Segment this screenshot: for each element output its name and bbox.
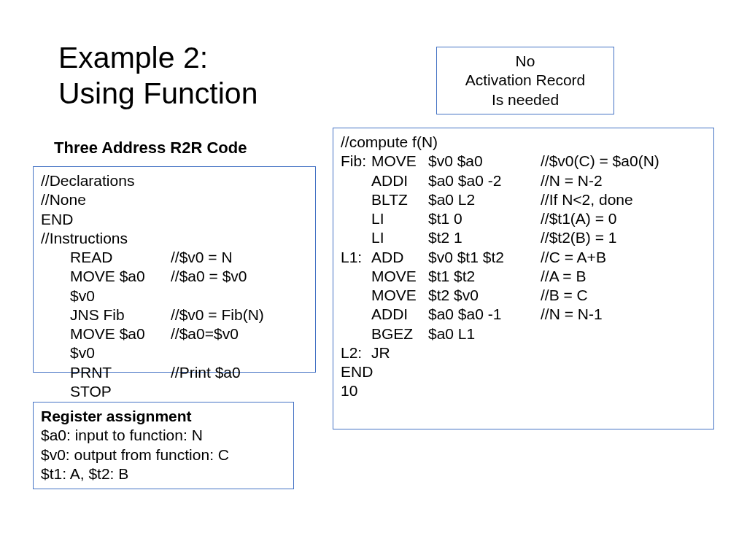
code-line: L2: JR: [341, 343, 706, 362]
register-line: $a0: input to function: N: [41, 426, 286, 445]
instr-comment: //$a0=$v0: [171, 324, 239, 363]
code-line: BLTZ $a0 L2 //If N<2, done: [341, 190, 706, 209]
instr-label: [341, 286, 371, 305]
code-line: MOVE $t2 $v0 //B = C: [341, 286, 706, 305]
instr-op: MOVE $a0 $v0: [70, 324, 171, 363]
code-line: ADDI $a0 $a0 -2 //N = N-2: [341, 171, 706, 190]
code-line: Fib: MOVE $v0 $a0 //$v0(C) = $a0(N): [341, 152, 706, 171]
code-line: 10: [341, 381, 706, 400]
subheading: Three Address R2R Code: [54, 139, 247, 158]
instr-comment: //N = N-1: [541, 305, 603, 324]
code-line: STOP: [41, 382, 308, 401]
instr-op: MOVE $a0 $v0: [70, 267, 171, 306]
instr-op: BLTZ: [371, 190, 428, 209]
instr-comment: //$v0(C) = $a0(N): [541, 152, 659, 171]
instr-op: STOP: [70, 382, 171, 401]
instr-label: [341, 267, 371, 286]
instr-args: $a0 $a0 -2: [428, 171, 541, 190]
code-line: MOVE $t1 $t2 //A = B: [341, 267, 706, 286]
instr-args: $v0 $t1 $t2: [428, 248, 541, 267]
title-line2: Using Function: [58, 77, 258, 110]
code-line: MOVE $a0 $v0 //$a0=$v0: [41, 324, 308, 363]
instr-label: [341, 228, 371, 247]
instr-comment: //C = A+B: [541, 248, 606, 267]
instr-comment: //A = B: [541, 267, 586, 286]
note-line: Activation Record: [444, 71, 606, 90]
instr-args: $a0 $a0 -1: [428, 305, 541, 324]
instr-op: BGEZ: [371, 324, 428, 343]
code-line: BGEZ $a0 L1: [341, 324, 706, 343]
note-line: Is needed: [444, 90, 606, 109]
instr-comment: //$v0 = Fib(N): [171, 306, 264, 324]
instr-op: READ: [70, 248, 171, 267]
instr-op: MOVE: [371, 286, 428, 305]
instr-op: ADDI: [371, 305, 428, 324]
instr-op: MOVE: [371, 152, 428, 171]
instr-args: $t1 0: [428, 209, 541, 228]
register-heading: Register assignment: [41, 407, 286, 426]
code-line: READ //$v0 = N: [41, 248, 308, 267]
code-line: PRNT //Print $a0: [41, 363, 308, 382]
note-box: No Activation Record Is needed: [436, 47, 614, 114]
instr-comment: //$t2(B) = 1: [541, 228, 616, 247]
note-line: No: [444, 52, 606, 71]
code-line: //Declarations: [41, 171, 308, 190]
instr-label: [341, 190, 371, 209]
instr-comment: //If N<2, done: [541, 190, 633, 209]
code-header: //compute f(N): [341, 133, 706, 152]
code-line: JNS Fib //$v0 = Fib(N): [41, 306, 308, 324]
instr-op: ADDI: [371, 171, 428, 190]
instr-args: $t1 $t2: [428, 267, 541, 286]
title-line1: Example 2:: [58, 41, 208, 74]
instr-label: Fib:: [341, 152, 371, 171]
instr-args: $v0 $a0: [428, 152, 541, 171]
code-line: LI $t1 0 //$t1(A) = 0: [341, 209, 706, 228]
instr-args: $t2 1: [428, 228, 541, 247]
instr-op: JR: [371, 343, 428, 362]
instr-comment: //N = N-2: [541, 171, 603, 190]
instr-op: ADD: [371, 248, 428, 267]
instr-comment: //$t1(A) = 0: [541, 209, 616, 228]
instr-label: L2:: [341, 343, 371, 362]
code-line: LI $t2 1 //$t2(B) = 1: [341, 228, 706, 247]
instr-op: PRNT: [70, 363, 171, 382]
slide-title: Example 2: Using Function: [58, 40, 258, 112]
code-line: //Instructions: [41, 229, 308, 248]
code-line: //None: [41, 190, 308, 209]
instr-label: L1:: [341, 248, 371, 267]
instr-comment: //$a0 = $v0: [171, 267, 247, 306]
register-line: $t1: A, $t2: B: [41, 464, 286, 483]
instr-args: $t2 $v0: [428, 286, 541, 305]
code-line: END: [341, 362, 706, 381]
code-box-left: //Declarations //None END //Instructions…: [33, 166, 316, 373]
register-line: $v0: output from function: C: [41, 446, 286, 464]
instr-op: LI: [371, 228, 428, 247]
instr-op: LI: [371, 209, 428, 228]
instr-label: [341, 324, 371, 343]
register-box: Register assignment $a0: input to functi…: [33, 402, 294, 489]
code-line: MOVE $a0 $v0 //$a0 = $v0: [41, 267, 308, 306]
code-box-right: //compute f(N) Fib: MOVE $v0 $a0 //$v0(C…: [333, 128, 714, 429]
instr-args: $a0 L1: [428, 324, 541, 343]
instr-label: [341, 305, 371, 324]
instr-label: [341, 209, 371, 228]
instr-comment: //B = C: [541, 286, 588, 305]
instr-args: $a0 L2: [428, 190, 541, 209]
instr-label: [341, 171, 371, 190]
code-line: END: [41, 210, 308, 229]
instr-op: JNS Fib: [70, 306, 171, 324]
instr-comment: //Print $a0: [171, 363, 241, 382]
instr-op: MOVE: [371, 267, 428, 286]
instr-args: [428, 343, 541, 362]
code-line: L1: ADD $v0 $t1 $t2 //C = A+B: [341, 248, 706, 267]
code-line: ADDI $a0 $a0 -1 //N = N-1: [341, 305, 706, 324]
instr-comment: //$v0 = N: [171, 248, 233, 267]
